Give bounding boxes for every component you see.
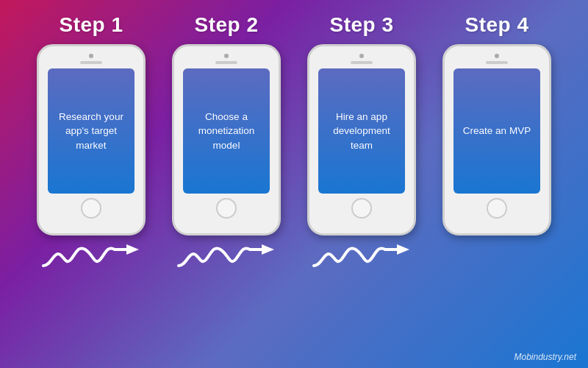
step-col-4: Step 4 Create an MVP xyxy=(434,13,559,276)
phone-camera-2 xyxy=(224,54,229,58)
phone-top-2 xyxy=(215,54,237,64)
phone-screen-1: Research your app's target market xyxy=(48,68,135,194)
phone-screen-3: Hire an app development team xyxy=(318,68,405,194)
phone-screen-text-3: Hire an app development team xyxy=(324,110,399,153)
phone-speaker-3 xyxy=(351,61,373,64)
phone-screen-text-1: Research your app's target market xyxy=(54,110,129,153)
phone-top-4 xyxy=(486,54,508,64)
steps-container: Step 1 Research your app's target market… xyxy=(15,13,573,276)
svg-marker-0 xyxy=(126,244,139,255)
phone-camera-4 xyxy=(495,54,499,58)
svg-marker-2 xyxy=(397,244,409,255)
phone-3: Hire an app development team xyxy=(307,44,416,236)
phone-speaker-4 xyxy=(486,61,508,64)
phone-home-button-2 xyxy=(216,198,237,219)
step-label-2: Step 2 xyxy=(194,13,258,37)
step-label-1: Step 1 xyxy=(59,13,123,37)
phone-4: Create an MVP xyxy=(442,44,551,236)
step-col-1: Step 1 Research your app's target market xyxy=(29,13,154,276)
phone-camera-1 xyxy=(89,54,93,58)
phone-home-button-4 xyxy=(487,198,507,219)
phone-screen-2: Choose a monetization model xyxy=(183,68,270,194)
phone-screen-text-2: Choose a monetization model xyxy=(189,110,264,153)
phone-speaker-1 xyxy=(80,61,102,64)
phone-camera-3 xyxy=(359,54,364,58)
phone-2: Choose a monetization model xyxy=(172,44,281,236)
watermark: Mobindustry.net xyxy=(514,352,577,362)
phone-1: Research your app's target market xyxy=(37,44,146,236)
step-col-3: Step 3 Hire an app development team xyxy=(299,13,424,276)
svg-marker-1 xyxy=(262,244,274,255)
arrow-area-3 xyxy=(307,236,416,276)
phone-screen-4: Create an MVP xyxy=(453,68,540,194)
step-label-3: Step 3 xyxy=(329,13,393,37)
step-label-4: Step 4 xyxy=(465,13,528,37)
arrow-area-2 xyxy=(172,236,281,276)
phone-screen-text-4: Create an MVP xyxy=(463,124,531,138)
phone-top-1 xyxy=(80,54,102,64)
arrow-svg-1 xyxy=(40,238,143,275)
step-col-2: Step 2 Choose a monetization model xyxy=(164,13,289,276)
arrow-svg-3 xyxy=(310,238,413,275)
phone-speaker-2 xyxy=(215,61,237,64)
phone-home-button-1 xyxy=(81,198,101,219)
arrow-svg-2 xyxy=(175,238,278,275)
phone-home-button-3 xyxy=(351,198,372,219)
arrow-area-1 xyxy=(37,236,146,276)
phone-top-3 xyxy=(351,54,373,64)
